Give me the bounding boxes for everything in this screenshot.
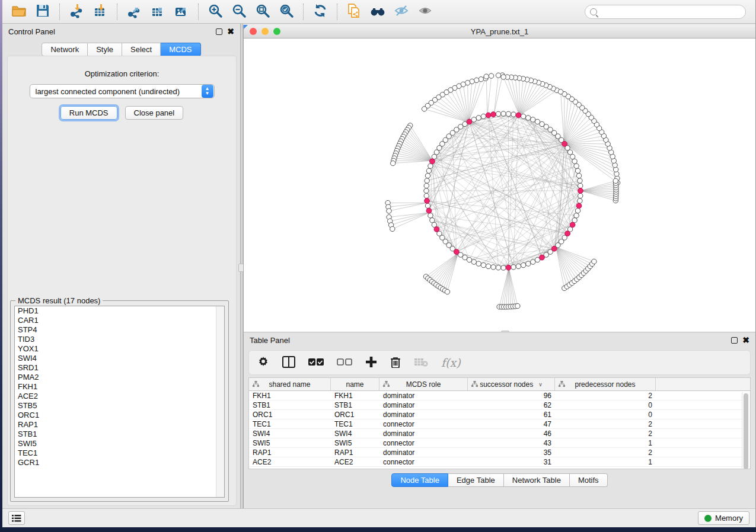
mcds-result-item[interactable]: RAP1 — [15, 420, 224, 430]
task-history-button[interactable] — [8, 511, 25, 525]
table-cell: 2 — [555, 430, 656, 438]
plus-icon — [365, 356, 377, 370]
save-button[interactable] — [31, 2, 55, 22]
table-cell: connector — [379, 458, 468, 466]
export-network-icon — [126, 3, 142, 20]
minimize-window-icon[interactable] — [261, 28, 269, 35]
float-panel-icon[interactable] — [216, 28, 222, 35]
maximize-window-icon[interactable] — [273, 28, 280, 35]
export-network-button[interactable] — [122, 2, 146, 22]
table-row[interactable]: TEC1TEC1connector472 — [249, 419, 750, 429]
close-panel-icon[interactable]: ✖ — [227, 28, 234, 35]
network-canvas[interactable] — [244, 39, 755, 332]
mcds-result-item[interactable]: TID3 — [15, 335, 224, 344]
table-cell: 35 — [468, 448, 555, 457]
mcds-result-item[interactable]: SWI5 — [15, 439, 224, 448]
import-network-button[interactable] — [65, 2, 88, 22]
delete-table-button — [414, 357, 428, 368]
zoom-fit-icon — [255, 3, 270, 20]
plus-button[interactable] — [365, 356, 377, 370]
select-all-button[interactable] — [308, 358, 324, 368]
eye-button[interactable] — [413, 2, 437, 22]
table-cell: TEC1 — [249, 420, 331, 428]
tab-select[interactable]: Select — [122, 43, 161, 56]
mcds-result-item[interactable]: SRD1 — [15, 363, 224, 373]
export-table-button[interactable] — [146, 2, 170, 22]
table-cell: ACE2 — [249, 458, 331, 466]
mcds-result-title: MCDS result (17 nodes) — [15, 296, 103, 305]
table-row[interactable]: STB1STB1dominator620 — [249, 400, 750, 410]
tab-style[interactable]: Style — [88, 43, 122, 56]
column-header-name[interactable]: name — [331, 378, 379, 390]
table-cell: 96 — [468, 392, 555, 400]
refresh-button[interactable] — [308, 2, 332, 22]
table-row[interactable]: ORC1ORC1dominator610 — [249, 410, 750, 419]
table-row[interactable]: FKH1FKH1dominator962 — [249, 391, 750, 400]
tab-mcds[interactable]: MCDS — [161, 43, 200, 56]
mcds-result-item[interactable]: PMA2 — [15, 373, 224, 382]
trash-button[interactable] — [390, 356, 401, 370]
delete-table-icon — [414, 357, 428, 368]
columns-button[interactable] — [282, 356, 295, 370]
zoom-selected-button[interactable] — [275, 2, 298, 22]
column-header-shared-name[interactable]: shared name — [249, 378, 331, 390]
mcds-result-item[interactable]: ACE2 — [15, 392, 224, 401]
close-window-icon[interactable] — [250, 28, 257, 35]
tab-network[interactable]: Network — [42, 43, 88, 56]
deselect-all-icon — [337, 358, 352, 368]
table-row[interactable]: ACE2ACE2connector311 — [249, 457, 750, 467]
mcds-result-list[interactable]: PHD1CAR1STP4TID3YOX1SWI4SRD1PMA2FKH1ACE2… — [14, 306, 225, 498]
gear-button[interactable] — [257, 356, 269, 370]
mcds-result-item[interactable]: SWI4 — [15, 354, 224, 363]
export-image-button[interactable] — [170, 2, 193, 22]
memory-button[interactable]: Memory — [698, 511, 749, 525]
open-folder-button[interactable] — [7, 2, 31, 22]
tab-motifs[interactable]: Motifs — [570, 473, 608, 487]
tab-node-table[interactable]: Node Table — [391, 473, 448, 487]
mcds-result-item[interactable]: FKH1 — [15, 382, 224, 392]
table-scrollbar-thumb[interactable] — [744, 393, 748, 469]
mcds-list-scrollbar[interactable] — [216, 306, 224, 497]
save-icon — [35, 3, 50, 20]
float-table-panel-icon[interactable] — [731, 337, 738, 344]
app-window: Control Panel ✖ Network Style Select MCD… — [2, 0, 756, 527]
table-scrollbar[interactable] — [742, 392, 749, 468]
close-table-panel-icon[interactable]: ✖ — [742, 337, 749, 344]
copy-network-button[interactable] — [342, 2, 366, 22]
column-header-successor-nodes[interactable]: successor nodes∨ — [468, 378, 555, 390]
table-row[interactable]: SWI4SWI4dominator462 — [249, 429, 750, 438]
table-panel-titlebar: Table Panel ✖ — [244, 332, 755, 348]
import-table-button[interactable] — [88, 2, 112, 22]
zoom-out-button[interactable] — [227, 2, 251, 22]
table-row[interactable]: YOX1YOX1connector291 — [249, 467, 750, 469]
optimization-criterion-select[interactable]: largest connected component (undirected)… — [30, 84, 215, 98]
column-header-predecessor-nodes[interactable]: predecessor nodes — [555, 378, 656, 390]
binoculars-button[interactable] — [366, 2, 390, 22]
zoom-in-button[interactable] — [203, 2, 227, 22]
network-window-titlebar[interactable]: YPA_prune.txt_1 — [244, 25, 755, 39]
column-header-MCDS-role[interactable]: MCDS role — [379, 378, 468, 390]
mcds-result-item[interactable]: YOX1 — [15, 344, 224, 354]
close-panel-button[interactable]: Close panel — [125, 106, 184, 120]
deselect-all-button[interactable] — [337, 358, 352, 368]
mcds-result-item[interactable]: STB1 — [15, 430, 224, 439]
table-cell: 1 — [555, 467, 656, 470]
search-field[interactable] — [585, 5, 746, 19]
mcds-result-item[interactable]: ORC1 — [15, 411, 224, 420]
table-row[interactable]: RAP1RAP1dominator352 — [249, 448, 750, 457]
tab-network-table[interactable]: Network Table — [504, 473, 570, 487]
run-mcds-button[interactable]: Run MCDS — [60, 106, 117, 120]
zoom-fit-button[interactable] — [251, 2, 275, 22]
mcds-result-item[interactable]: STP4 — [15, 325, 224, 335]
eye-slash-button[interactable] — [390, 2, 413, 22]
mcds-result-item[interactable]: TEC1 — [15, 448, 224, 458]
table-cell: SWI4 — [249, 430, 331, 438]
mcds-result-item[interactable]: CAR1 — [15, 316, 224, 325]
mcds-result-item[interactable]: STB5 — [15, 401, 224, 411]
status-bar: Memory — [2, 508, 755, 527]
mcds-result-item[interactable]: GCR1 — [15, 458, 224, 467]
mcds-result-item[interactable]: PHD1 — [15, 306, 224, 316]
table-row[interactable]: SWI5SWI5connector431 — [249, 438, 750, 448]
search-input[interactable] — [600, 8, 745, 16]
tab-edge-table[interactable]: Edge Table — [448, 473, 504, 487]
